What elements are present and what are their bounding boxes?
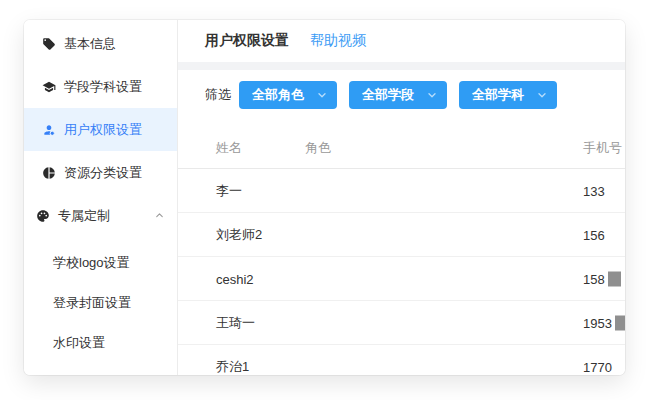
table-row: 王琦一 1953 — [178, 301, 625, 345]
subject-filter-value: 全部学科 — [472, 86, 524, 104]
app-window: 基本信息 学段学科设置 用户权限设置 资源分类设置 专属定制 — [24, 20, 625, 375]
header-divider-band — [178, 62, 625, 70]
sidebar-subitem-label: 水印设置 — [53, 334, 105, 352]
sidebar-item-resource-category[interactable]: 资源分类设置 — [24, 151, 177, 194]
cell-phone: 156 — [583, 227, 605, 242]
chevron-down-icon — [426, 89, 438, 101]
palette-icon — [36, 209, 50, 223]
role-filter-value: 全部角色 — [252, 86, 304, 104]
content-panel: 筛选 全部角色 全部学段 全部学科 — [178, 70, 625, 375]
chevron-down-icon — [536, 89, 548, 101]
table-row: 李一 133 — [178, 169, 625, 213]
filter-label: 筛选 — [205, 86, 231, 104]
sidebar-item-label: 资源分类设置 — [64, 164, 142, 182]
sidebar-subitem-label: 登录封面设置 — [53, 294, 131, 312]
subject-filter-dropdown[interactable]: 全部学科 — [459, 81, 557, 109]
column-header-role: 角色 — [305, 139, 331, 157]
role-filter-dropdown[interactable]: 全部角色 — [239, 81, 337, 109]
stage-filter-value: 全部学段 — [362, 86, 414, 104]
tag-icon — [42, 37, 56, 51]
cell-name: 乔治1 — [216, 358, 249, 376]
cell-phone: 158 — [583, 271, 621, 286]
redaction-block — [615, 315, 625, 330]
sidebar-subitem-school-logo[interactable]: 学校logo设置 — [24, 243, 177, 283]
sidebar-subitem-login-cover[interactable]: 登录封面设置 — [24, 283, 177, 323]
help-video-link[interactable]: 帮助视频 — [310, 32, 366, 50]
sidebar-item-label: 用户权限设置 — [64, 121, 142, 139]
cell-phone: 1770 — [583, 359, 612, 374]
column-header-name: 姓名 — [216, 139, 242, 157]
sidebar-item-label: 基本信息 — [64, 35, 116, 53]
sidebar-subitem-watermark[interactable]: 水印设置 — [24, 323, 177, 363]
sidebar-item-label: 学段学科设置 — [64, 78, 142, 96]
cell-name: 王琦一 — [216, 314, 255, 332]
table-row: 乔治1 1770 — [178, 345, 625, 375]
cell-phone: 133 — [583, 183, 605, 198]
page-title: 用户权限设置 — [205, 32, 289, 50]
cell-name: 李一 — [216, 182, 242, 200]
table-row: 刘老师2 156 — [178, 213, 625, 257]
table-header: 姓名 角色 手机号 — [178, 128, 625, 169]
redaction-block — [608, 271, 621, 286]
graduation-cap-icon — [42, 80, 56, 94]
sidebar-group-exclusive-custom[interactable]: 专属定制 — [24, 194, 177, 237]
table-row: ceshi2 158 — [178, 257, 625, 301]
sidebar-item-user-permission[interactable]: 用户权限设置 — [24, 108, 177, 151]
chevron-up-icon[interactable] — [154, 210, 165, 221]
sidebar-item-basic-info[interactable]: 基本信息 — [24, 22, 177, 65]
pie-chart-icon — [42, 166, 56, 180]
page-header: 用户权限设置 帮助视频 — [178, 20, 625, 62]
column-header-phone: 手机号 — [583, 139, 622, 157]
sidebar-submenu: 学校logo设置 登录封面设置 水印设置 — [24, 243, 177, 363]
cell-phone: 1953 — [583, 315, 625, 330]
stage-filter-dropdown[interactable]: 全部学段 — [349, 81, 447, 109]
chevron-down-icon — [316, 89, 328, 101]
main-area: 用户权限设置 帮助视频 筛选 全部角色 全部学段 — [178, 20, 625, 375]
cell-name: ceshi2 — [216, 271, 254, 286]
sidebar-group-label: 专属定制 — [58, 207, 110, 225]
sidebar-subitem-label: 学校logo设置 — [53, 254, 130, 272]
filter-bar: 筛选 全部角色 全部学段 全部学科 — [205, 81, 625, 109]
sidebar: 基本信息 学段学科设置 用户权限设置 资源分类设置 专属定制 — [24, 20, 178, 375]
sidebar-item-stage-subject[interactable]: 学段学科设置 — [24, 65, 177, 108]
user-table: 姓名 角色 手机号 李一 133 刘老师2 156 — [178, 128, 625, 375]
user-permission-icon — [42, 123, 56, 137]
cell-name: 刘老师2 — [216, 226, 262, 244]
